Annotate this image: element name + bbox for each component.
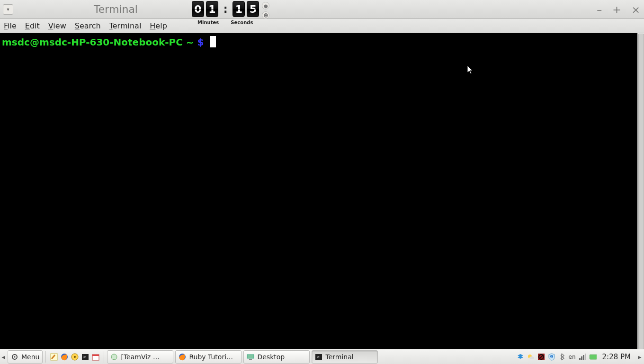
timer-seconds-label: Seconds [224, 20, 259, 25]
task-ruby-label: Ruby Tutori… [189, 353, 233, 361]
timer-button-bottom[interactable]: ☻ [262, 11, 269, 19]
svg-rect-12 [247, 355, 254, 358]
separator [104, 351, 104, 363]
timer-minutes-label: Minutes [192, 20, 224, 25]
svg-text:>_: >_ [316, 355, 322, 359]
minimize-button[interactable]: – [597, 4, 602, 16]
svg-rect-23 [579, 358, 581, 360]
launcher-tray: >_ [50, 353, 100, 361]
calendar-icon[interactable] [91, 353, 100, 361]
panel-scroll-left[interactable]: ◂ [0, 353, 7, 361]
terminal-icon: >_ [315, 353, 322, 361]
terminal-launcher-icon[interactable]: >_ [81, 353, 89, 361]
svg-point-1 [14, 356, 16, 357]
terminal-area[interactable]: msdc@msdc-HP-630-Notebook-PC ~ $ [0, 33, 644, 349]
svg-rect-26 [585, 354, 586, 360]
timer-widget[interactable]: 0 1 : 1 5 Minutes Seconds ● ☻ [192, 1, 269, 19]
battery-tray-icon[interactable] [589, 353, 597, 361]
timer-min-digit-1: 0 [192, 1, 204, 17]
menu-bar: File Edit View Search Terminal Help [0, 19, 644, 33]
timer-button-top[interactable]: ● [262, 2, 269, 9]
svg-rect-28 [590, 355, 597, 359]
terminal-scrollbar[interactable] [637, 33, 644, 349]
taskbar: ◂ Menu >_ [TeamViz … Ruby Tutori… Deskto… [0, 349, 644, 364]
svg-point-17 [529, 356, 534, 359]
prompt-symbol: $ [197, 36, 204, 48]
system-tray: i en 2:28 PM ▸ [517, 353, 644, 361]
timer-sec-digit-2: 5 [247, 1, 259, 17]
menu-terminal[interactable]: Terminal [109, 21, 142, 30]
prompt-path: ~ [186, 36, 194, 48]
blocked-tray-icon[interactable] [537, 353, 545, 361]
svg-point-10 [111, 354, 117, 360]
svg-text:>_: >_ [83, 355, 89, 359]
prompt-user-host: msdc@msdc-HP-630-Notebook-PC [2, 36, 183, 48]
timer-min-digit-2: 1 [206, 1, 218, 17]
separator [45, 351, 46, 363]
close-button[interactable]: × [632, 4, 640, 16]
bluetooth-tray-icon[interactable] [558, 353, 566, 361]
svg-point-5 [74, 356, 76, 358]
window-titlebar: ▾ Terminal – + × [0, 0, 644, 19]
task-desktop[interactable]: Desktop [243, 350, 310, 364]
firefox-launcher-icon[interactable] [60, 353, 69, 361]
task-teamviz-label: [TeamViz … [121, 353, 159, 361]
teamviz-icon [110, 353, 118, 361]
svg-rect-25 [583, 355, 584, 360]
shield-tray-icon[interactable]: i [548, 353, 555, 361]
scrollbar-thumb[interactable] [638, 34, 644, 349]
desktop-icon [247, 353, 254, 361]
timer-sec-digit-1: 1 [233, 1, 245, 17]
window-title: Terminal [94, 3, 138, 15]
weather-tray-icon[interactable] [527, 353, 535, 361]
menu-help[interactable]: Help [150, 21, 167, 30]
gear-icon [11, 353, 18, 361]
panel-scroll-right[interactable]: ▸ [636, 353, 643, 361]
text-cursor [210, 36, 216, 47]
task-terminal-label: Terminal [325, 353, 353, 361]
menu-search[interactable]: Search [75, 21, 101, 30]
notes-icon[interactable] [50, 353, 58, 361]
svg-rect-13 [249, 359, 252, 360]
dropbox-tray-icon[interactable] [517, 353, 524, 361]
svg-rect-24 [581, 356, 582, 360]
app-menu-button[interactable]: ▾ [3, 4, 13, 15]
network-tray-icon[interactable] [579, 353, 586, 361]
clock[interactable]: 2:28 PM [602, 353, 631, 361]
task-desktop-label: Desktop [257, 353, 285, 361]
menu-file[interactable]: File [4, 21, 17, 30]
timer-colon: : [220, 1, 231, 17]
firefox-icon [179, 353, 186, 361]
menu-view[interactable]: View [48, 21, 66, 30]
keyboard-layout-indicator[interactable]: en [569, 354, 576, 360]
menu-button-label: Menu [21, 353, 39, 361]
task-ruby-tutorial[interactable]: Ruby Tutori… [175, 350, 242, 364]
task-terminal[interactable]: >_ Terminal [312, 350, 378, 364]
task-teamviz[interactable]: [TeamViz … [107, 350, 173, 364]
maximize-button[interactable]: + [612, 4, 621, 16]
svg-rect-9 [92, 355, 99, 356]
menu-edit[interactable]: Edit [25, 21, 40, 30]
media-player-icon[interactable] [71, 353, 79, 361]
menu-button[interactable]: Menu [8, 350, 43, 364]
